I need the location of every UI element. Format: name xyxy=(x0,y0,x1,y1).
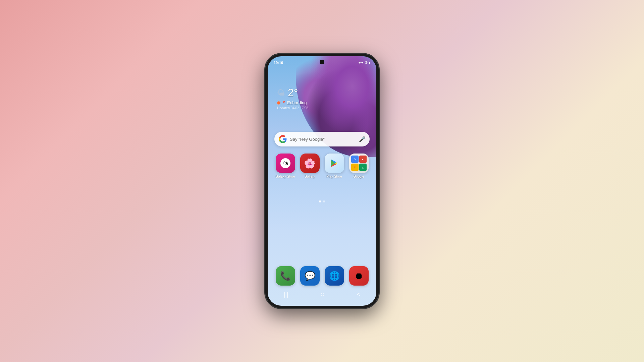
weather-updated: Updated 04/02 17:03 xyxy=(277,106,308,110)
gallery-label: Gallery xyxy=(305,175,315,178)
messages-icon: 💬 xyxy=(305,271,315,281)
mini-youtube-icon: ▶ xyxy=(359,156,367,163)
google-folder-icon: G ▶ 📍 △ xyxy=(349,154,369,173)
phone-wrapper: 19:10 ▾▾▾ ⦿ ▮ 🌤 2° 📍 Echarding xyxy=(260,44,384,318)
play-store-logo xyxy=(330,159,339,168)
nav-home-button[interactable]: ○ xyxy=(320,290,325,299)
weather-location-row: 📍 Echarding xyxy=(277,100,308,105)
weather-widget[interactable]: 🌤 2° 📍 Echarding Updated 04/02 17:03 xyxy=(277,86,308,110)
status-time: 19:10 xyxy=(274,61,283,65)
page-dot-1[interactable] xyxy=(319,200,321,202)
weather-temp-row: 🌤 2° xyxy=(277,86,308,99)
app-item-play-store[interactable]: Play Store xyxy=(323,154,345,178)
app-grid: 🛍 Galaxy Store 🌸 Gallery xyxy=(274,154,370,178)
mini-icons-grid: G ▶ 📍 △ xyxy=(349,154,369,173)
galaxy-store-bag: 🛍 xyxy=(280,158,290,168)
camera-rec-icon: ⏺ xyxy=(355,271,363,281)
google-folder-label: Google xyxy=(353,175,364,178)
gallery-icon: 🌸 xyxy=(300,154,320,173)
dock-item-phone[interactable]: 📞 xyxy=(274,266,296,286)
nav-bar: ||| ○ < xyxy=(268,288,376,301)
camera-rec-app-icon: ⏺ xyxy=(349,266,369,286)
dock: 📞 💬 🌐 ⏺ xyxy=(274,266,370,286)
nav-recent-button[interactable]: ||| xyxy=(284,291,288,298)
weather-cloud-icon: 🌤 xyxy=(277,88,285,98)
app-item-galaxy-store[interactable]: 🛍 Galaxy Store xyxy=(274,154,296,178)
dock-item-camera-rec[interactable]: ⏺ xyxy=(348,266,370,286)
google-g-logo xyxy=(278,135,287,143)
browser-app-icon: 🌐 xyxy=(325,266,344,286)
play-store-icon xyxy=(325,154,344,173)
galaxy-store-icon: 🛍 xyxy=(276,154,295,173)
camera-notch xyxy=(320,60,324,64)
galaxy-store-label: Galaxy Store xyxy=(276,175,295,178)
mini-google-icon: G xyxy=(351,156,359,163)
weather-temperature: 2° xyxy=(288,86,298,99)
page-dot-2[interactable] xyxy=(323,200,325,202)
search-placeholder: Say "Hey Google" xyxy=(290,137,356,142)
app-item-gallery[interactable]: 🌸 Gallery xyxy=(299,154,321,178)
location-pin-icon: 📍 xyxy=(282,101,286,105)
status-icons: ▾▾▾ ⦿ ▮ xyxy=(359,61,370,64)
phone-icon: 📞 xyxy=(280,271,291,281)
mini-drive-icon: △ xyxy=(359,164,367,171)
mic-icon[interactable]: 🎤 xyxy=(359,136,366,142)
signal-icon: ⦿ xyxy=(365,61,368,64)
weather-location: Echarding xyxy=(287,100,307,105)
page-dots xyxy=(319,200,325,202)
phone-body: 19:10 ▾▾▾ ⦿ ▮ 🌤 2° 📍 Echarding xyxy=(265,54,379,308)
browser-icon: 🌐 xyxy=(329,271,340,281)
wifi-icon: ▾▾▾ xyxy=(359,61,364,64)
gallery-flower-icon: 🌸 xyxy=(304,158,316,169)
dock-item-messages[interactable]: 💬 xyxy=(299,266,321,286)
app-item-google-folder[interactable]: G ▶ 📍 △ Goog xyxy=(348,154,370,178)
phone-app-icon: 📞 xyxy=(276,266,295,286)
phone-screen: 19:10 ▾▾▾ ⦿ ▮ 🌤 2° 📍 Echarding xyxy=(268,56,376,306)
google-search-bar[interactable]: Say "Hey Google" 🎤 xyxy=(274,132,370,146)
dock-item-browser[interactable]: 🌐 xyxy=(323,266,345,286)
battery-icon: ▮ xyxy=(369,61,370,64)
messages-app-icon: 💬 xyxy=(300,266,320,286)
mini-maps-icon: 📍 xyxy=(351,164,359,171)
nav-back-button[interactable]: < xyxy=(357,291,361,298)
play-store-label: Play Store xyxy=(326,175,342,178)
weather-alert-dot xyxy=(277,101,280,105)
